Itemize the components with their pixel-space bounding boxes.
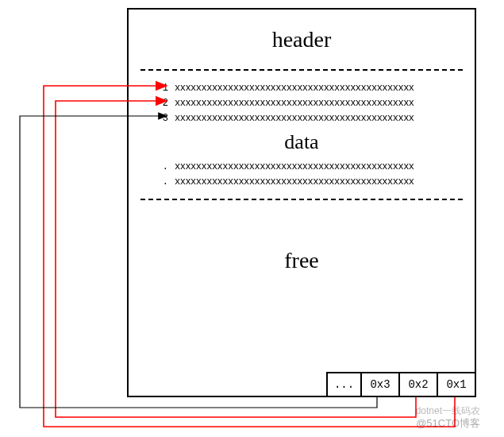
row-number: .	[152, 161, 168, 172]
offset-cell: 0x2	[398, 372, 438, 397]
row-content: xxxxxxxxxxxxxxxxxxxxxxxxxxxxxxxxxxxxxxxx…	[175, 83, 414, 94]
data-section: 1 xxxxxxxxxxxxxxxxxxxxxxxxxxxxxxxxxxxxxx…	[129, 71, 475, 189]
data-row: . xxxxxxxxxxxxxxxxxxxxxxxxxxxxxxxxxxxxxx…	[129, 174, 475, 189]
row-content: xxxxxxxxxxxxxxxxxxxxxxxxxxxxxxxxxxxxxxxx…	[175, 176, 414, 188]
data-label: data	[129, 130, 475, 154]
offset-cell: ...	[326, 372, 362, 397]
data-row: 3 xxxxxxxxxxxxxxxxxxxxxxxxxxxxxxxxxxxxxx…	[129, 110, 475, 126]
row-content: xxxxxxxxxxxxxxxxxxxxxxxxxxxxxxxxxxxxxxxx…	[175, 113, 414, 124]
data-row: 2 xxxxxxxxxxxxxxxxxxxxxxxxxxxxxxxxxxxxxx…	[129, 95, 475, 110]
data-row: . xxxxxxxxxxxxxxxxxxxxxxxxxxxxxxxxxxxxxx…	[129, 159, 475, 174]
header-section: header	[129, 10, 475, 69]
row-number: 2	[152, 98, 168, 109]
free-label: free	[284, 248, 319, 273]
row-number: 3	[152, 113, 168, 124]
free-section: free	[129, 200, 475, 323]
row-content: xxxxxxxxxxxxxxxxxxxxxxxxxxxxxxxxxxxxxxxx…	[175, 161, 414, 172]
watermark: dotnet一线码农 @51CTO博客	[416, 405, 480, 431]
row-content: xxxxxxxxxxxxxxxxxxxxxxxxxxxxxxxxxxxxxxxx…	[175, 98, 414, 109]
offset-cell: 0x1	[437, 372, 476, 397]
row-number: 1	[152, 83, 168, 94]
watermark-line2: @51CTO博客	[416, 417, 480, 431]
header-label: header	[272, 27, 332, 52]
watermark-line1: dotnet一线码农	[416, 405, 480, 418]
data-row: 1 xxxxxxxxxxxxxxxxxxxxxxxxxxxxxxxxxxxxxx…	[129, 80, 475, 95]
page-block: header 1 xxxxxxxxxxxxxxxxxxxxxxxxxxxxxxx…	[127, 8, 476, 397]
row-number: .	[152, 176, 168, 188]
offset-cell: 0x3	[360, 372, 400, 397]
offset-array: ... 0x3 0x2 0x1	[328, 372, 476, 397]
